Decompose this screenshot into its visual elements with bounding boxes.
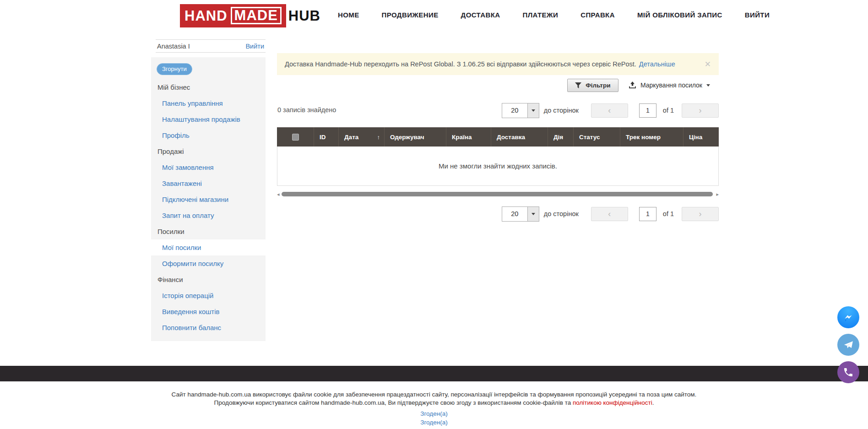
close-icon[interactable]: ✕ [705,60,711,69]
chevron-down-icon [706,84,710,88]
sidebar-section-finance: Фінанси [151,272,266,288]
sidebar-item-sales-settings[interactable]: Налаштування продажів [151,111,266,127]
column-header-date-label: Дата [344,134,358,141]
messenger-icon [842,311,854,323]
cookie-line2-suffix: . [652,399,654,406]
filters-button[interactable]: Фільтри [567,79,618,92]
sidebar-item-payment-request[interactable]: Запит на оплату [151,207,266,223]
prev-page-button[interactable]: ‹ [591,207,628,221]
sidebar-section-parcels: Посилки [151,223,266,239]
per-page-value: 20 [502,207,527,221]
agree-link-2[interactable]: Згоден(а) [0,418,868,427]
cookie-footer: Сайт handmade-hub.com.ua використовує фа… [0,391,868,427]
column-header-track-number[interactable]: Трек номер [620,127,683,147]
main-content: Доставка Handmade-Hub переходить на RePo… [277,0,719,366]
sidebar-item-profile[interactable]: Профіль [151,127,266,143]
user-name: Anastasia I [157,43,190,50]
per-page-select[interactable]: 20 [502,103,539,118]
logo-hand: HAND [184,9,228,23]
sidebar-section-my-business: Мій бізнес [151,79,266,95]
scroll-right-icon[interactable]: ▸ [716,191,719,197]
empty-message: Ми не змогли знайти жодних записів. [439,162,557,170]
table-header-checkbox-cell [277,127,314,147]
page-of-label: of 1 [663,107,674,114]
select-all-checkbox[interactable] [292,134,299,141]
privacy-policy-link[interactable]: політикою конфіденційності [573,399,652,406]
page-number-input[interactable] [639,207,656,221]
table-empty-state: Ми не змогли знайти жодних записів. [277,147,719,186]
sidebar-item-top-up-balance[interactable]: Поповнити баланс [151,320,266,336]
notification-banner: Доставка Handmade-Hub переходить на RePo… [277,53,719,75]
chevron-down-icon[interactable] [527,103,539,118]
agree-link-1[interactable]: Згоден(а) [0,410,868,418]
sidebar-item-my-orders[interactable]: Мої замовлення [151,159,266,175]
sidebar-section-sales: Продажі [151,143,266,159]
banner-text: Доставка Handmade-Hub переходить на RePo… [285,60,636,68]
cookie-text-line1: Сайт handmade-hub.com.ua використовує фа… [0,391,868,399]
collapse-sidebar-button[interactable]: Згорнути [157,63,192,75]
logo-red-box: HANDMADE [180,4,286,27]
per-page-label: до сторінок [544,107,579,114]
column-header-action[interactable]: Дія [548,127,573,147]
page: HANDMADE HUB HOME ПРОДВИЖЕНИЕ ДОСТАВКА П… [0,0,868,429]
sidebar: Згорнути Мій бізнес Панель управління На… [151,57,266,341]
pagination-bottom: 20 до сторінок ‹ of 1 › [502,206,719,222]
chevron-down-icon[interactable] [527,207,539,221]
filters-button-label: Фільтри [586,82,610,89]
column-header-status[interactable]: Статус [573,127,620,147]
per-page-value: 20 [502,103,527,118]
logo-made: MADE [231,7,282,24]
sidebar-item-create-parcel[interactable]: Оформити посилку [151,255,266,272]
column-header-price[interactable]: Ціна [683,127,719,147]
parcels-table-header: ID Дата ↑ Одержувач Країна Доставка Дія … [277,127,719,147]
sidebar-item-transaction-history[interactable]: Історія операцій [151,288,266,304]
column-header-recipient[interactable]: Одержувач [384,127,446,147]
page-of-label: of 1 [663,210,674,217]
user-row: Anastasia I Вийти [156,39,266,53]
sidebar-item-my-parcels[interactable]: Мої посилки [151,239,266,255]
sidebar-item-connected-stores[interactable]: Підключені магазини [151,191,266,207]
viber-phone-icon [843,367,854,378]
scroll-left-icon[interactable]: ◂ [277,191,280,197]
filter-funnel-icon [575,82,581,88]
upload-icon [629,81,636,89]
next-page-button[interactable]: › [682,207,719,221]
records-found-text: 0 записів знайдено [277,106,336,114]
column-header-delivery[interactable]: Доставка [491,127,548,147]
telegram-icon [842,339,854,351]
parcel-marking-dropdown[interactable]: Маркування посилок [629,81,710,89]
column-header-country[interactable]: Країна [446,127,491,147]
cookie-text-line2: Продовжуючи користуватися сайтом handmad… [0,399,868,407]
scrollbar-thumb[interactable] [282,192,713,196]
sidebar-item-withdraw-funds[interactable]: Виведення коштів [151,304,266,320]
column-header-id[interactable]: ID [314,127,338,147]
pagination-top: 20 до сторінок ‹ of 1 › [502,103,719,118]
banner-details-link[interactable]: Детальніше [639,60,675,68]
sidebar-menu: Мій бізнес Панель управління Налаштуванн… [151,79,266,336]
next-page-button[interactable]: › [682,103,719,118]
sidebar-item-uploaded[interactable]: Завантажені [151,175,266,191]
column-header-date[interactable]: Дата ↑ [338,127,384,147]
parcel-marking-label: Маркування посилок [640,81,702,89]
per-page-label: до сторінок [544,210,579,217]
logout-link[interactable]: Вийти [245,43,264,50]
prev-page-button[interactable]: ‹ [591,103,628,118]
footer-dark-band [0,366,868,381]
per-page-select[interactable]: 20 [502,206,539,222]
sort-ascending-icon[interactable]: ↑ [377,134,380,141]
cookie-line2-prefix: Продовжуючи користуватися сайтом handmad… [214,399,573,406]
nav-logout[interactable]: ВИЙТИ [745,11,770,19]
messenger-button[interactable] [837,306,859,328]
horizontal-scrollbar: ◂ ▸ [277,191,719,198]
sidebar-item-dashboard[interactable]: Панель управління [151,95,266,111]
viber-button[interactable] [837,361,859,383]
telegram-button[interactable] [837,334,859,356]
page-number-input[interactable] [639,103,656,118]
toolbar: Фільтри Маркування посилок [277,78,719,92]
